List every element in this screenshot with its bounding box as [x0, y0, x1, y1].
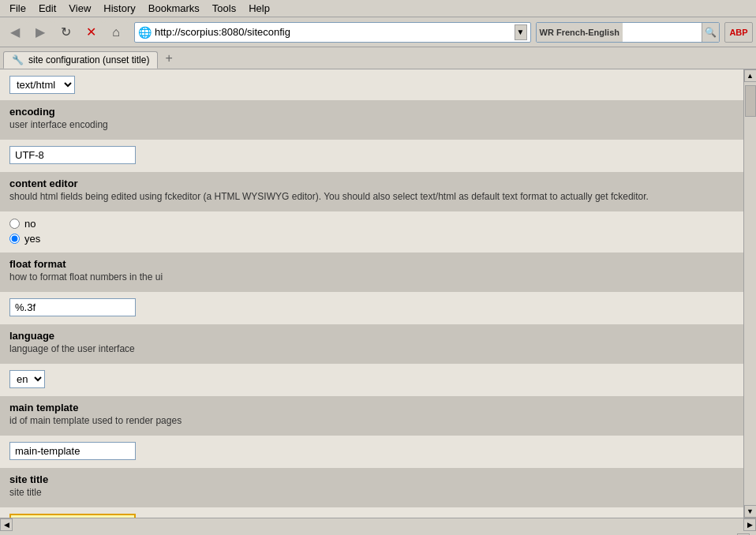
scroll-down-button[interactable]: ▼ [744, 505, 757, 518]
site-title-desc: site title [9, 487, 734, 498]
float-format-header: float format how to format float numbers… [0, 253, 743, 292]
format-dropdown[interactable]: text/html text/plain [9, 76, 75, 94]
content-editor-desc: should html fields being edited using fc… [9, 191, 734, 202]
radio-yes-label: yes [24, 233, 40, 245]
float-format-label: float format [9, 258, 734, 270]
format-section: text/html text/plain [0, 69, 743, 100]
new-tab-button[interactable]: + [159, 48, 178, 69]
tabbar: 🔧 site configuration (unset title) + [0, 47, 756, 69]
active-tab[interactable]: 🔧 site configuration (unset title) [3, 51, 158, 69]
toolbar: ◀ ▶ ↻ ✕ ⌂ 🌐 ▼ WR French-English 🔍 ABP [0, 17, 756, 47]
reload-button[interactable]: ↻ [54, 21, 77, 43]
search-input[interactable] [623, 27, 702, 38]
content-editor-label: content editor [9, 178, 734, 189]
page-icon: 🌐 [138, 26, 152, 39]
encoding-label: encoding [9, 106, 734, 118]
radio-no-label: no [24, 218, 36, 230]
float-format-section: float format how to format float numbers… [0, 253, 743, 323]
menu-history[interactable]: History [97, 1, 141, 16]
language-select[interactable]: en fr de [9, 370, 45, 388]
float-format-body [0, 292, 743, 323]
search-engine-selector[interactable]: WR French-English [537, 23, 623, 42]
content-editor-radios: no yes [9, 218, 734, 245]
menu-tools[interactable]: Tools [206, 1, 242, 16]
main-template-label: main template [9, 402, 734, 413]
menu-file[interactable]: File [3, 1, 32, 16]
encoding-input[interactable] [9, 146, 136, 164]
menu-view[interactable]: View [62, 1, 97, 16]
site-title-header: site title site title [0, 469, 743, 507]
scroll-up-button[interactable]: ▲ [744, 69, 757, 82]
address-bar: 🌐 ▼ [134, 22, 531, 43]
statusbar: Done 🔒 [0, 530, 756, 535]
language-section: language language of the user interface … [0, 325, 743, 395]
menubar: File Edit View History Bookmarks Tools H… [0, 0, 756, 17]
content-editor-body: no yes [0, 211, 743, 251]
main-template-body [0, 436, 743, 466]
radio-yes-input[interactable] [9, 234, 20, 244]
site-title-section: site title site title [0, 469, 743, 518]
main-template-desc: id of main template used to render pages [9, 415, 734, 426]
browser-area: text/html text/plain encoding user inter… [0, 69, 756, 518]
site-title-input[interactable] [9, 514, 136, 518]
scroll-thumb[interactable] [745, 85, 756, 117]
encoding-desc: user interface encoding [9, 119, 734, 130]
menu-bookmarks[interactable]: Bookmarks [142, 1, 206, 16]
content-editor-section: content editor should html fields being … [0, 173, 743, 251]
scrollbar-horizontal[interactable]: ◀ ▶ [0, 518, 756, 530]
stop-button[interactable]: ✕ [79, 21, 103, 43]
menu-edit[interactable]: Edit [32, 1, 62, 16]
tab-label: site configuration (unset title) [28, 54, 149, 65]
float-format-input[interactable] [9, 298, 136, 316]
content-editor-header: content editor should html fields being … [0, 173, 743, 211]
scroll-h-track[interactable] [13, 518, 743, 531]
search-container: WR French-English 🔍 [536, 22, 720, 43]
float-format-desc: how to format float numbers in the ui [9, 271, 734, 282]
address-dropdown[interactable]: ▼ [515, 24, 527, 40]
encoding-body [0, 140, 743, 170]
site-title-body [0, 507, 743, 518]
language-body: en fr de [0, 364, 743, 395]
scroll-right-button[interactable]: ▶ [743, 518, 756, 531]
main-template-section: main template id of main template used t… [0, 397, 743, 466]
address-input[interactable] [155, 26, 511, 38]
encoding-section: encoding user interface encoding [0, 101, 743, 170]
radio-yes[interactable]: yes [9, 233, 734, 245]
search-icon[interactable]: 🔍 [702, 23, 719, 42]
main-template-input[interactable] [9, 442, 136, 460]
home-button[interactable]: ⌂ [104, 21, 128, 43]
language-label: language [9, 330, 734, 342]
back-button[interactable]: ◀ [3, 21, 27, 43]
scroll-left-button[interactable]: ◀ [0, 518, 13, 531]
scroll-track[interactable] [744, 82, 757, 505]
content-area: text/html text/plain encoding user inter… [0, 69, 743, 518]
adblock-button[interactable]: ABP [724, 22, 753, 43]
site-title-label: site title [9, 473, 734, 485]
language-desc: language of the user interface [9, 343, 734, 354]
radio-no-input[interactable] [9, 219, 20, 229]
encoding-header: encoding user interface encoding [0, 101, 743, 140]
tab-icon: 🔧 [12, 54, 24, 65]
forward-button[interactable]: ▶ [28, 21, 52, 43]
radio-no[interactable]: no [9, 218, 734, 230]
main-template-header: main template id of main template used t… [0, 397, 743, 436]
language-header: language language of the user interface [0, 325, 743, 364]
scrollbar-vertical[interactable]: ▲ ▼ [743, 69, 756, 518]
menu-help[interactable]: Help [242, 1, 276, 16]
